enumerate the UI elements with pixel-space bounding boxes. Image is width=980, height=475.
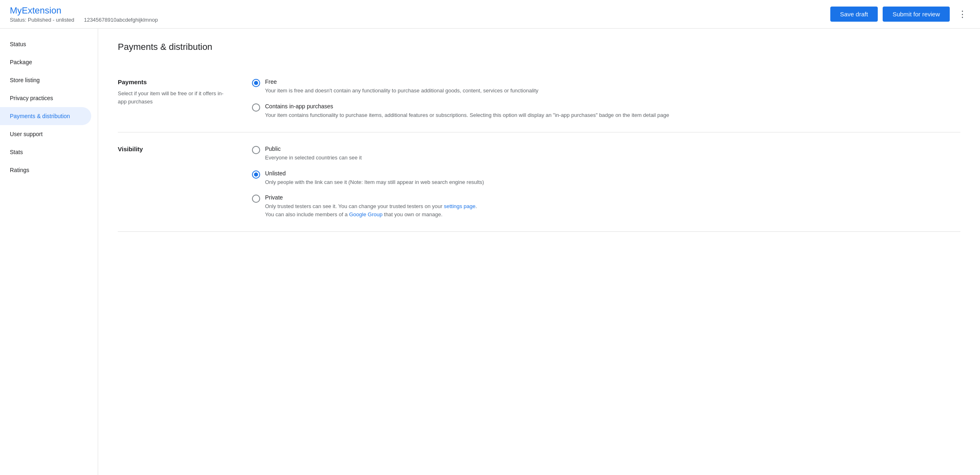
payments-label: Payments Select if your item will be fre… (118, 78, 232, 119)
visibility-private-desc-after-before: You can also include members of a (265, 211, 349, 217)
sidebar-item-privacy-practices[interactable]: Privacy practices (0, 89, 91, 107)
page-title: Payments & distribution (118, 42, 960, 52)
main-content: Payments & distribution Payments Select … (98, 29, 980, 475)
payments-inapp-radio[interactable] (252, 103, 260, 112)
visibility-heading: Visibility (118, 146, 232, 152)
sidebar-item-ratings[interactable]: Ratings (0, 161, 91, 179)
visibility-private-desc-period: . (476, 203, 477, 209)
settings-page-link[interactable]: settings page (444, 203, 475, 209)
payments-content: Free Your item is free and doesn't conta… (252, 78, 960, 119)
sidebar-item-package[interactable]: Package (0, 53, 91, 71)
payments-heading: Payments (118, 78, 232, 85)
sidebar: Status Package Store listing Privacy pra… (0, 29, 98, 475)
sidebar-item-store-listing[interactable]: Store listing (0, 71, 91, 89)
visibility-private-option[interactable]: Private Only trusted testers can see it.… (252, 194, 960, 218)
visibility-unlisted-text: Unlisted Only people with the link can s… (265, 170, 484, 186)
payments-inapp-text: Contains in-app purchases Your item cont… (265, 103, 669, 119)
sidebar-item-stats[interactable]: Stats (0, 143, 91, 161)
payments-free-text: Free Your item is free and doesn't conta… (265, 78, 538, 95)
visibility-private-label: Private (265, 194, 477, 201)
visibility-private-text: Private Only trusted testers can see it.… (265, 194, 477, 218)
payments-inapp-label: Contains in-app purchases (265, 103, 669, 110)
payments-free-radio[interactable] (252, 79, 260, 87)
visibility-public-radio[interactable] (252, 146, 260, 154)
payments-section: Payments Select if your item will be fre… (118, 65, 960, 132)
submit-for-review-button[interactable]: Submit for review (883, 7, 950, 22)
visibility-public-text: Public Everyone in selected countries ca… (265, 146, 362, 162)
visibility-public-label: Public (265, 146, 362, 152)
payments-inapp-desc: Your item contains functionality to purc… (265, 111, 669, 119)
visibility-section: Visibility Public Everyone in selected c… (118, 132, 960, 232)
visibility-private-desc-before: Only trusted testers can see it. You can… (265, 203, 444, 209)
sidebar-item-status[interactable]: Status (0, 35, 91, 53)
visibility-private-desc-after: that you own or manage. (382, 211, 443, 217)
visibility-unlisted-desc: Only people with the link can see it (No… (265, 178, 484, 186)
header: MyExtension Status: Published - unlisted… (0, 0, 980, 29)
layout: Status Package Store listing Privacy pra… (0, 29, 980, 475)
visibility-private-desc: Only trusted testers can see it. You can… (265, 202, 477, 218)
visibility-public-option[interactable]: Public Everyone in selected countries ca… (252, 146, 960, 162)
visibility-private-radio[interactable] (252, 195, 260, 203)
sidebar-item-payments-distribution[interactable]: Payments & distribution (0, 107, 91, 125)
payments-inapp-option[interactable]: Contains in-app purchases Your item cont… (252, 103, 960, 119)
header-actions: Save draft Submit for review ⋮ (830, 7, 970, 22)
more-options-button[interactable]: ⋮ (955, 7, 970, 21)
visibility-unlisted-radio[interactable] (252, 170, 260, 179)
google-group-link[interactable]: Google Group (349, 211, 382, 217)
payments-free-option[interactable]: Free Your item is free and doesn't conta… (252, 78, 960, 95)
visibility-unlisted-option[interactable]: Unlisted Only people with the link can s… (252, 170, 960, 186)
save-draft-button[interactable]: Save draft (830, 7, 878, 22)
header-left: MyExtension Status: Published - unlisted… (10, 5, 830, 23)
payments-description: Select if your item will be free or if i… (118, 90, 232, 105)
visibility-public-desc: Everyone in selected countries can see i… (265, 154, 362, 162)
sidebar-item-user-support[interactable]: User support (0, 125, 91, 143)
visibility-content: Public Everyone in selected countries ca… (252, 146, 960, 218)
status-label: Status: Published - unlisted (10, 17, 74, 23)
payments-free-label: Free (265, 78, 538, 85)
payments-free-desc: Your item is free and doesn't contain an… (265, 87, 538, 95)
visibility-unlisted-label: Unlisted (265, 170, 484, 177)
visibility-label: Visibility (118, 146, 232, 218)
app-name: MyExtension (10, 5, 830, 16)
app-meta: Status: Published - unlisted 12345678910… (10, 17, 830, 23)
app-id: 12345678910abcdefghijklmnop (84, 17, 158, 23)
